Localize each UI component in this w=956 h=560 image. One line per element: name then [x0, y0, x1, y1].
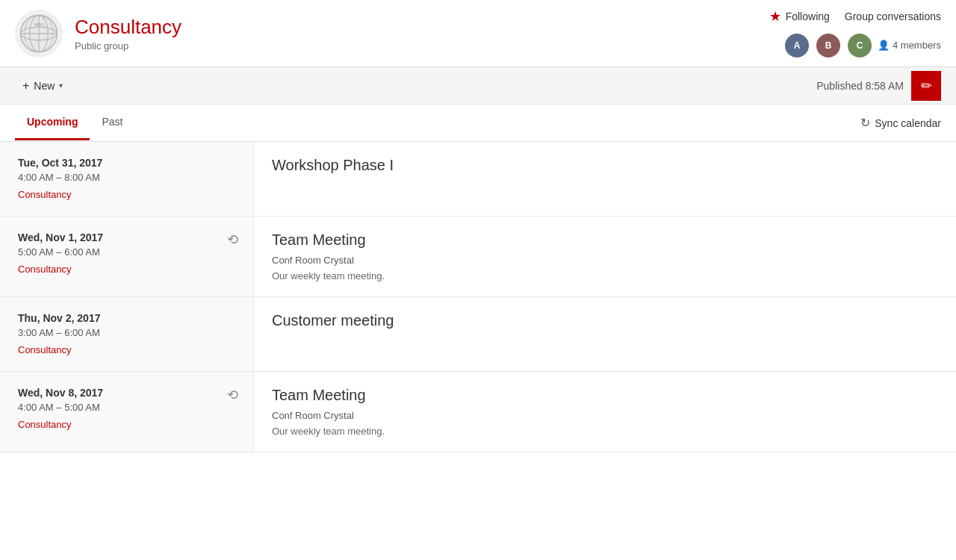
header-right: ★ Following Group conversations A B C 👤 …	[769, 8, 941, 59]
event-title[interactable]: Team Meeting	[272, 231, 938, 249]
following-label: Following	[786, 10, 830, 22]
header-left: WIKI Consultancy Public group	[15, 10, 181, 57]
event-detail-column: Team Meeting Conf Room Crystal Our weekl…	[254, 372, 956, 452]
edit-button[interactable]: ✏	[911, 71, 941, 101]
group-conversations-link[interactable]: Group conversations	[845, 10, 941, 22]
edit-icon: ✏	[921, 78, 932, 94]
header: WIKI Consultancy Public group ★ Followin…	[0, 0, 956, 67]
table-row: Tue, Oct 31, 2017 4:00 AM – 8:00 AM Cons…	[0, 142, 956, 217]
plus-icon: +	[22, 79, 29, 93]
people-icon: 👤	[878, 40, 890, 51]
published-status: Published 8:58 AM	[816, 80, 904, 92]
event-detail-column: Customer meeting	[254, 297, 956, 371]
recurring-icon: ⟲	[227, 387, 238, 403]
globe-icon: WIKI	[18, 13, 60, 55]
event-description: Our weekly team meeting.	[272, 426, 938, 437]
event-date-column: Wed, Nov 8, 2017 4:00 AM – 5:00 AM Consu…	[0, 372, 254, 452]
tabs-bar: Upcoming Past ↻ Sync calendar	[0, 105, 956, 142]
following-button[interactable]: ★ Following	[769, 8, 830, 25]
toolbar-right: Published 8:58 AM ✏	[816, 71, 941, 101]
group-name: Consultancy	[75, 16, 181, 39]
event-time: 3:00 AM – 6:00 AM	[18, 327, 235, 338]
new-label: New	[34, 80, 55, 92]
star-icon: ★	[769, 8, 781, 25]
avatar: C	[846, 32, 873, 59]
event-date-column: Wed, Nov 1, 2017 5:00 AM – 6:00 AM Consu…	[0, 217, 254, 296]
event-title[interactable]: Customer meeting	[272, 312, 938, 329]
event-date: Thu, Nov 2, 2017	[18, 312, 235, 324]
event-date: Wed, Nov 1, 2017	[18, 231, 235, 243]
event-date-column: Thu, Nov 2, 2017 3:00 AM – 6:00 AM Consu…	[0, 297, 254, 371]
group-type: Public group	[75, 40, 181, 52]
event-group-link[interactable]: Consultancy	[18, 264, 235, 275]
event-group-link[interactable]: Consultancy	[18, 189, 235, 200]
table-row: Wed, Nov 1, 2017 5:00 AM – 6:00 AM Consu…	[0, 217, 956, 297]
members-count: 👤 4 members	[878, 40, 941, 51]
table-row: Wed, Nov 8, 2017 4:00 AM – 5:00 AM Consu…	[0, 372, 956, 452]
sync-calendar-button[interactable]: ↻ Sync calendar	[860, 116, 941, 130]
event-date: Tue, Oct 31, 2017	[18, 157, 235, 169]
event-detail-column: Team Meeting Conf Room Crystal Our weekl…	[254, 217, 956, 296]
tab-past[interactable]: Past	[90, 105, 134, 140]
event-description: Our weekly team meeting.	[272, 270, 938, 281]
avatar: A	[783, 32, 810, 59]
event-time: 5:00 AM – 6:00 AM	[18, 246, 235, 258]
toolbar: + New ▾ Published 8:58 AM ✏	[0, 67, 956, 105]
chevron-down-icon: ▾	[59, 81, 63, 90]
event-time: 4:00 AM – 5:00 AM	[18, 402, 235, 413]
recurring-icon: ⟲	[227, 231, 238, 248]
event-date-column: Tue, Oct 31, 2017 4:00 AM – 8:00 AM Cons…	[0, 142, 254, 216]
event-title[interactable]: Team Meeting	[272, 387, 938, 404]
event-group-link[interactable]: Consultancy	[18, 419, 235, 430]
table-row: Thu, Nov 2, 2017 3:00 AM – 6:00 AM Consu…	[0, 297, 956, 372]
avatar: B	[815, 32, 842, 59]
tabs-left: Upcoming Past	[15, 105, 134, 140]
event-title[interactable]: Workshop Phase I	[272, 157, 938, 174]
event-location: Conf Room Crystal	[272, 255, 938, 266]
group-info: Consultancy Public group	[75, 16, 181, 52]
new-button[interactable]: + New ▾	[15, 75, 70, 97]
tab-upcoming[interactable]: Upcoming	[15, 105, 90, 140]
members-count-label: 4 members	[893, 40, 941, 51]
sync-icon: ↻	[860, 116, 870, 130]
group-logo: WIKI	[15, 10, 63, 57]
avatar-image-3: C	[848, 34, 872, 57]
event-group-link[interactable]: Consultancy	[18, 344, 235, 355]
events-container: Tue, Oct 31, 2017 4:00 AM – 8:00 AM Cons…	[0, 142, 956, 452]
sync-calendar-label: Sync calendar	[875, 117, 941, 129]
avatar-image-2: B	[816, 34, 840, 57]
members-row: A B C 👤 4 members	[783, 32, 941, 59]
event-time: 4:00 AM – 8:00 AM	[18, 172, 235, 183]
avatar-image-1: A	[785, 34, 809, 57]
svg-text:WIKI: WIKI	[34, 21, 44, 26]
event-location: Conf Room Crystal	[272, 410, 938, 421]
event-detail-column: Workshop Phase I	[254, 142, 956, 216]
header-actions: ★ Following Group conversations	[769, 8, 941, 25]
toolbar-left: + New ▾	[15, 75, 70, 97]
event-date: Wed, Nov 8, 2017	[18, 387, 235, 399]
